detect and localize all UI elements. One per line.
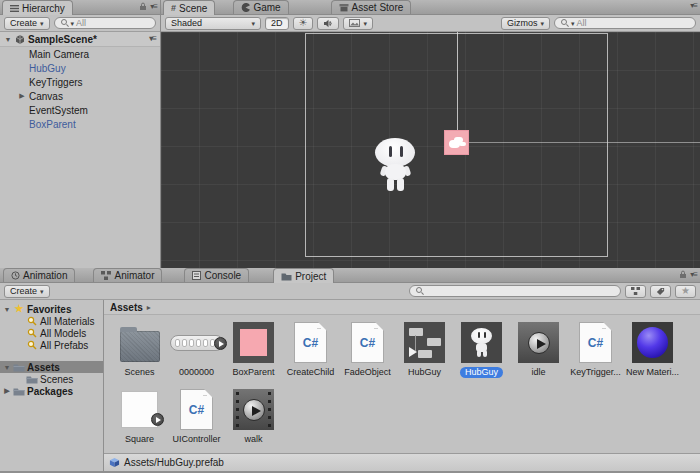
asset-square[interactable]: Square xyxy=(111,386,168,453)
tab-project[interactable]: Project xyxy=(273,268,334,283)
asset-store-icon xyxy=(339,3,349,12)
project-sidebar-item-packages[interactable]: ▶Packages xyxy=(0,385,103,397)
sidebar-item-label: Assets xyxy=(27,362,60,373)
asset-label: CreateChild xyxy=(282,367,340,378)
project-body: ▼★FavoritesAll MaterialsAll ModelsAll Pr… xyxy=(0,300,700,471)
scene-viewport[interactable] xyxy=(161,32,700,268)
hierarchy-item-hubguy[interactable]: HubGuy xyxy=(0,61,160,75)
console-icon xyxy=(192,271,201,280)
scene-object-boxparent[interactable] xyxy=(444,130,469,155)
hierarchy-create-button[interactable]: Create ▾ xyxy=(4,17,50,30)
hierarchy-tabbar: Hierarchy ▾≡ xyxy=(0,0,160,15)
shading-mode-label: Shaded xyxy=(171,18,202,28)
asset-hubguy[interactable]: HubGuy xyxy=(453,319,510,386)
tab-hierarchy-label: Hierarchy xyxy=(22,3,65,14)
asset-label: BoxParent xyxy=(227,367,279,378)
foldout-arrow[interactable]: ▶ xyxy=(18,92,26,100)
character-leg xyxy=(387,178,394,191)
project-create-button[interactable]: Create ▾ xyxy=(4,285,50,298)
search-placeholder: All xyxy=(577,18,587,28)
hierarchy-search-input[interactable]: ▾ All xyxy=(54,17,156,29)
saved-search-icon xyxy=(26,316,38,326)
asset-idle[interactable]: idle xyxy=(510,319,567,386)
tab-animator[interactable]: Animator xyxy=(93,268,162,282)
hierarchy-scene-header[interactable]: ▼ SampleScene* ▾≡ xyxy=(0,32,160,47)
scene-header-menu-icon[interactable]: ▾≡ xyxy=(149,35,156,43)
hierarchy-item-eventsystem[interactable]: EventSystem xyxy=(0,103,160,117)
canvas-guide-horizontal-line xyxy=(469,142,700,143)
tab-scene[interactable]: # Scene xyxy=(163,0,215,15)
asset-label: UIController xyxy=(168,434,226,445)
project-sidebar-item-all-prefabs[interactable]: All Prefabs xyxy=(0,339,103,351)
script-icon: C# xyxy=(567,319,624,366)
project-sidebar-item-scenes[interactable]: Scenes xyxy=(0,373,103,385)
tab-asset-store[interactable]: Asset Store xyxy=(331,0,412,14)
asset-hubguy[interactable]: HubGuy xyxy=(396,319,453,386)
sidebar-item-label: All Materials xyxy=(40,316,94,327)
asset-boxparent[interactable]: BoxParent xyxy=(225,319,282,386)
asset-createchild[interactable]: C#CreateChild xyxy=(282,319,339,386)
search-by-label-button[interactable] xyxy=(650,285,671,298)
saved-search-star-button[interactable]: ★ xyxy=(675,285,696,298)
sidebar-item-label: Scenes xyxy=(40,374,73,385)
hierarchy-item-canvas[interactable]: ▶Canvas xyxy=(0,89,160,103)
panel-menu-icon[interactable]: ▾≡ xyxy=(690,271,697,279)
scene-object-hubguy[interactable] xyxy=(375,138,417,194)
hierarchy-item-label: EventSystem xyxy=(29,105,88,116)
script-icon: C# xyxy=(339,319,396,366)
foldout-arrow[interactable]: ▼ xyxy=(4,36,12,43)
asset-0000000[interactable]: 0000000 xyxy=(168,319,225,386)
project-sidebar-item-assets[interactable]: ▼Assets xyxy=(0,361,103,373)
tab-game-label: Game xyxy=(253,2,280,13)
lock-icon[interactable] xyxy=(139,2,147,11)
panel-menu-icon[interactable]: ▾≡ xyxy=(690,2,697,10)
foldout-arrow[interactable]: ▼ xyxy=(3,364,11,371)
search-by-type-button[interactable] xyxy=(625,285,646,298)
tab-animation[interactable]: Animation xyxy=(3,268,75,282)
hierarchy-item-boxparent[interactable]: BoxParent xyxy=(0,117,160,131)
hierarchy-item-label: BoxParent xyxy=(29,119,76,130)
asset-walk[interactable]: walk xyxy=(225,386,282,453)
project-sidebar-item-all-materials[interactable]: All Materials xyxy=(0,315,103,327)
project-corner: ▾≡ xyxy=(679,270,697,279)
shading-mode-dropdown[interactable]: Shaded ▾ xyxy=(165,17,261,30)
material-icon xyxy=(624,319,681,366)
hierarchy-item-main-camera[interactable]: Main Camera xyxy=(0,47,160,61)
search-icon xyxy=(561,19,569,27)
tab-hierarchy[interactable]: Hierarchy xyxy=(2,0,73,15)
script-icon: C# xyxy=(168,386,225,433)
hierarchy-toolbar: Create ▾ ▾ All xyxy=(0,15,160,32)
panel-menu-icon[interactable]: ▾≡ xyxy=(150,3,157,11)
folder-icon xyxy=(13,387,25,396)
hierarchy-item-keytriggers[interactable]: KeyTriggers xyxy=(0,75,160,89)
gizmos-dropdown[interactable]: Gizmos ▾ xyxy=(501,17,550,30)
tab-console[interactable]: Console xyxy=(184,268,249,282)
asset-keytrigger[interactable]: C#KeyTrigger... xyxy=(567,319,624,386)
project-sidebar-item-all-models[interactable]: All Models xyxy=(0,327,103,339)
tab-game[interactable]: Game xyxy=(233,0,288,14)
scene-lighting-button[interactable]: ☀ xyxy=(293,17,314,30)
tab-scene-label: Scene xyxy=(179,3,207,14)
scene-effects-button[interactable]: ▾ xyxy=(343,17,373,30)
2d-toggle-button[interactable]: 2D xyxy=(265,17,289,30)
scene-corner: ▾≡ xyxy=(690,2,697,10)
asset-uicontroller[interactable]: C#UIController xyxy=(168,386,225,453)
asset-scenes[interactable]: Scenes xyxy=(111,319,168,386)
character-icon xyxy=(453,319,510,366)
asset-new-materi[interactable]: New Materi... xyxy=(624,319,681,386)
breadcrumb-assets[interactable]: Assets xyxy=(110,302,143,313)
unity-editor-window: Hierarchy ▾≡ Create ▾ ▾ All xyxy=(0,0,700,473)
foldout-arrow[interactable]: ▼ xyxy=(3,306,11,313)
hierarchy-tree: ▼ SampleScene* ▾≡ Main CameraHubGuyKeyTr… xyxy=(0,32,160,131)
project-sidebar-item-favorites[interactable]: ▼★Favorites xyxy=(0,303,103,315)
lock-icon[interactable] xyxy=(679,270,687,279)
top-region: Hierarchy ▾≡ Create ▾ ▾ All xyxy=(0,0,700,268)
create-label: Create xyxy=(10,286,37,296)
scene-search-input[interactable]: ▾ All xyxy=(554,17,696,29)
project-search-input[interactable] xyxy=(409,285,621,297)
hierarchy-item-label: Canvas xyxy=(29,91,63,102)
speaker-icon xyxy=(323,19,333,28)
asset-fadeobject[interactable]: C#FadeObject xyxy=(339,319,396,386)
foldout-arrow[interactable]: ▶ xyxy=(3,387,11,395)
scene-audio-button[interactable] xyxy=(317,17,339,30)
